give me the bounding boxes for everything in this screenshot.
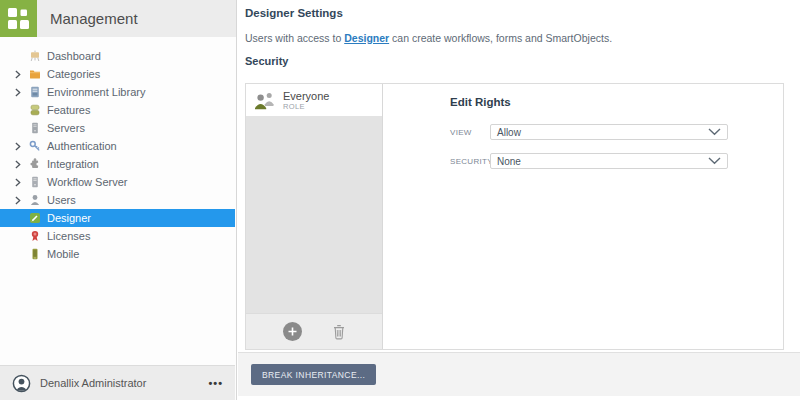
chevron-right-icon[interactable] (15, 88, 29, 97)
role-list: Everyone ROLE (246, 84, 383, 349)
chevron-right-icon[interactable] (15, 178, 29, 187)
sidebar-item-mobile[interactable]: Mobile (0, 245, 235, 263)
user-bar[interactable]: Denallix Administrator ••• (0, 365, 235, 400)
sidebar-item-label: Features (47, 104, 90, 116)
trash-icon (332, 324, 346, 340)
chevron-down-icon (708, 128, 721, 136)
security-field-row: SECURITY None (450, 153, 783, 169)
edit-rights-pane: Edit Rights VIEW Allow SECURITY (383, 84, 783, 349)
more-options-button[interactable]: ••• (208, 377, 223, 389)
sidebar-item-categories[interactable]: Categories (0, 65, 235, 83)
break-inheritance-button[interactable]: BREAK INHERITANCE... (251, 364, 376, 385)
security-panel: Everyone ROLE (245, 83, 784, 350)
view-select[interactable]: Allow (490, 124, 728, 140)
library-icon (29, 86, 41, 98)
chevron-down-icon (708, 157, 721, 165)
sidebar-item-label: Workflow Server (47, 176, 127, 188)
page-title: Designer Settings (245, 7, 343, 19)
security-label: SECURITY (450, 157, 490, 166)
role-group-icon (253, 91, 276, 110)
role-list-toolbar (246, 313, 382, 349)
sidebar-item-label: Environment Library (47, 86, 145, 98)
sidebar-item-label: Users (47, 194, 76, 206)
edit-rights-title: Edit Rights (450, 96, 783, 108)
security-heading: Security (245, 55, 288, 67)
sidebar-item-label: Dashboard (47, 50, 101, 62)
sidebar-item-label: Designer (47, 212, 91, 224)
features-icon (29, 104, 41, 116)
sidebar-item-servers[interactable]: Servers (0, 119, 235, 137)
sidebar-item-authentication[interactable]: Authentication (0, 137, 235, 155)
role-list-item-everyone[interactable]: Everyone ROLE (246, 84, 382, 117)
sidebar-item-licenses[interactable]: Licenses (0, 227, 235, 245)
sidebar-item-workflow-server[interactable]: Workflow Server (0, 173, 235, 191)
sidebar-item-label: Servers (47, 122, 85, 134)
user-avatar-icon (12, 374, 31, 393)
sidebar-item-environment-library[interactable]: Environment Library (0, 83, 235, 101)
servers-icon (29, 122, 41, 134)
role-text: Everyone ROLE (283, 90, 329, 111)
view-field-row: VIEW Allow (450, 124, 783, 140)
sidebar-header: Management (0, 0, 236, 37)
app-window: Management DashboardCategoriesEnvironmen… (0, 0, 800, 400)
user-name: Denallix Administrator (40, 377, 208, 389)
sidebar-item-features[interactable]: Features (0, 101, 235, 119)
sidebar-nav: DashboardCategoriesEnvironment LibraryFe… (0, 47, 235, 263)
sidebar-item-label: Authentication (47, 140, 117, 152)
puzzle-icon (29, 158, 41, 170)
plus-icon (288, 327, 297, 336)
folder-icon (29, 68, 41, 80)
sidebar-item-label: Categories (47, 68, 100, 80)
sidebar-item-users[interactable]: Users (0, 191, 235, 209)
description-text: Users with access to Designer can create… (245, 32, 612, 44)
sidebar-item-designer[interactable]: Designer (0, 209, 235, 227)
sidebar-item-label: Licenses (47, 230, 90, 242)
chevron-right-icon[interactable] (15, 196, 29, 205)
security-select-value: None (497, 156, 521, 167)
app-logo-icon[interactable] (0, 0, 37, 37)
description-before: Users with access to (245, 32, 344, 44)
key-icon (29, 140, 41, 152)
app-title: Management (37, 0, 236, 37)
description-after: can create workflows, forms and SmartObj… (389, 32, 612, 44)
role-list-empty-area (246, 117, 382, 313)
main-panel: Designer Settings Users with access to D… (238, 0, 800, 400)
footer-bar: BREAK INHERITANCE... (238, 352, 800, 396)
license-icon (29, 230, 41, 242)
chevron-right-icon[interactable] (15, 70, 29, 79)
sidebar: Management DashboardCategoriesEnvironmen… (0, 0, 237, 400)
sidebar-item-label: Mobile (47, 248, 79, 260)
user-icon (29, 194, 41, 206)
workflow-server-icon (29, 176, 41, 188)
security-select[interactable]: None (490, 153, 728, 169)
designer-link[interactable]: Designer (344, 32, 389, 44)
view-select-value: Allow (497, 127, 521, 138)
role-type: ROLE (283, 102, 329, 111)
mobile-icon (29, 248, 41, 260)
chevron-right-icon[interactable] (15, 160, 29, 169)
sidebar-item-integration[interactable]: Integration (0, 155, 235, 173)
chevron-right-icon[interactable] (15, 142, 29, 151)
add-role-button[interactable] (283, 322, 302, 341)
view-label: VIEW (450, 128, 490, 137)
role-name: Everyone (283, 90, 329, 102)
designer-icon (29, 212, 41, 224)
delete-role-button[interactable] (332, 324, 346, 340)
sidebar-item-label: Integration (47, 158, 99, 170)
sidebar-item-dashboard[interactable]: Dashboard (0, 47, 235, 65)
dashboard-icon (29, 50, 41, 62)
